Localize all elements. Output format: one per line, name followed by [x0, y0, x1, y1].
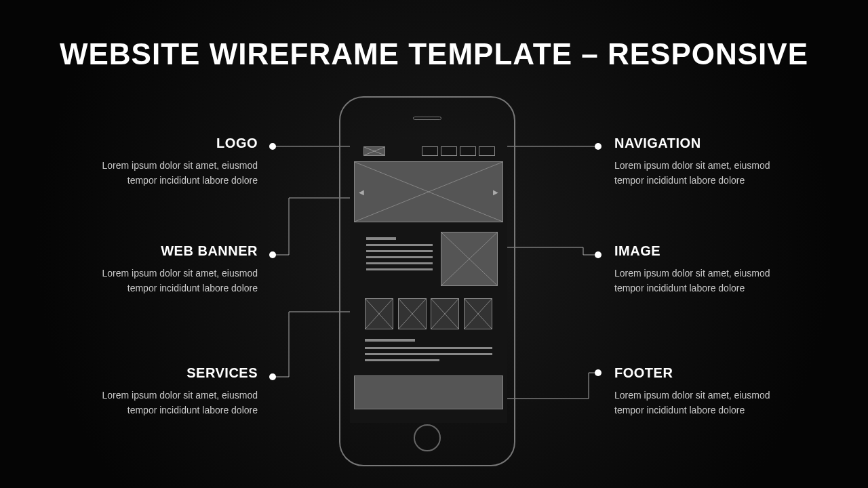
- callout-title: WEB BANNER: [81, 243, 258, 259]
- wireframe-service-item: [398, 298, 427, 329]
- wireframe-text-lines: [366, 237, 433, 274]
- callout-body: Lorem ipsum dolor sit amet, eiusmod temp…: [614, 388, 791, 418]
- wireframe-nav-item: [441, 146, 457, 156]
- callout-navigation: NAVIGATION Lorem ipsum dolor sit amet, e…: [614, 136, 791, 188]
- banner-next-icon: ▶: [493, 188, 498, 196]
- callout-web-banner: WEB BANNER Lorem ipsum dolor sit amet, e…: [81, 243, 258, 296]
- callout-dot: [269, 373, 276, 380]
- wireframe-banner: ◀ ▶: [354, 161, 503, 222]
- wireframe-nav-item: [460, 146, 476, 156]
- wireframe-nav-item: [422, 146, 438, 156]
- phone-home-button: [414, 424, 441, 451]
- callout-title: SERVICES: [81, 365, 258, 381]
- callout-title: LOGO: [81, 136, 258, 151]
- callout-body: Lorem ipsum dolor sit amet, eiusmod temp…: [614, 158, 791, 188]
- wireframe-service-item: [431, 298, 459, 329]
- wireframe-image-box: [441, 232, 498, 286]
- callout-body: Lorem ipsum dolor sit amet, eiusmod temp…: [614, 266, 791, 296]
- callout-body: Lorem ipsum dolor sit amet, eiusmod temp…: [81, 266, 258, 296]
- callout-title: NAVIGATION: [614, 136, 791, 151]
- wireframe-services-row: [365, 298, 492, 329]
- phone-screen: ◀ ▶: [350, 140, 507, 423]
- callout-dot: [269, 251, 276, 258]
- callout-image: IMAGE Lorem ipsum dolor sit amet, eiusmo…: [614, 243, 791, 296]
- callout-body: Lorem ipsum dolor sit amet, eiusmod temp…: [81, 158, 258, 188]
- callout-footer: FOOTER Lorem ipsum dolor sit amet, eiusm…: [614, 365, 791, 418]
- callout-dot: [595, 369, 601, 376]
- wireframe-nav: [422, 146, 495, 156]
- callout-title: FOOTER: [614, 365, 791, 381]
- wireframe-content-row: [354, 232, 503, 287]
- diagram-stage: ◀ ▶ LOGO: [0, 0, 868, 488]
- phone-outline: ◀ ▶: [339, 96, 515, 466]
- banner-prev-icon: ◀: [359, 188, 364, 196]
- phone-speaker: [413, 117, 441, 120]
- wireframe-service-item: [365, 298, 393, 329]
- callout-dot: [595, 143, 601, 150]
- wireframe-paragraph: [365, 339, 492, 365]
- callout-logo: LOGO Lorem ipsum dolor sit amet, eiusmod…: [81, 136, 258, 188]
- wireframe-service-item: [464, 298, 492, 329]
- callout-dot: [269, 143, 276, 150]
- callout-services: SERVICES Lorem ipsum dolor sit amet, eiu…: [81, 365, 258, 418]
- callout-title: IMAGE: [614, 243, 791, 259]
- callout-dot: [595, 251, 601, 258]
- wireframe-footer: [354, 375, 503, 409]
- wireframe-nav-item: [479, 146, 495, 156]
- wireframe-logo-box: [363, 146, 385, 156]
- callout-body: Lorem ipsum dolor sit amet, eiusmod temp…: [81, 388, 258, 418]
- wireframe-header: [354, 145, 503, 159]
